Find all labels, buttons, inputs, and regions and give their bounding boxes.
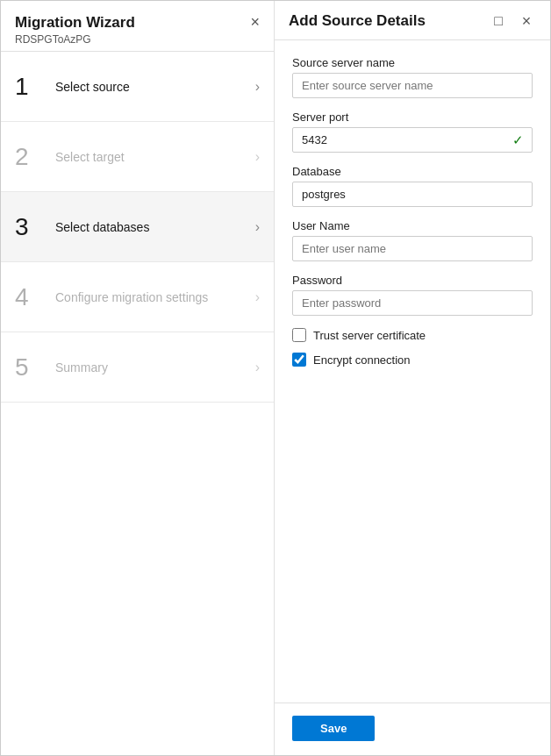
step-1-chevron: › xyxy=(255,79,260,95)
step-2-label: Select target xyxy=(55,150,255,164)
step-select-target[interactable]: 2 Select target › xyxy=(1,122,274,192)
database-group: Database xyxy=(292,165,533,207)
server-port-input[interactable] xyxy=(292,127,533,153)
user-name-input[interactable] xyxy=(292,236,533,261)
step-3-chevron: › xyxy=(255,219,260,235)
right-panel-title: Add Source Details xyxy=(289,12,489,30)
right-header: Add Source Details □ × xyxy=(275,1,550,40)
step-2-chevron: › xyxy=(255,149,260,165)
step-3-number: 3 xyxy=(15,215,47,239)
step-5-chevron: › xyxy=(255,360,260,375)
form-body: Source server name Server port ✓ Databas… xyxy=(275,40,550,703)
left-header: Migration Wizard × RDSPGToAzPG xyxy=(1,1,274,52)
right-panel: Add Source Details □ × Source server nam… xyxy=(275,1,550,755)
wizard-subtitle: RDSPGToAzPG xyxy=(15,33,260,46)
port-check-icon: ✓ xyxy=(512,132,524,148)
user-name-group: User Name xyxy=(292,219,533,261)
step-1-label: Select source xyxy=(55,80,255,94)
wizard-title: Migration Wizard xyxy=(15,14,135,32)
step-select-source[interactable]: 1 Select source › xyxy=(1,52,274,122)
password-input[interactable] xyxy=(292,290,533,316)
trust-cert-row: Trust server certificate xyxy=(292,328,533,342)
encrypt-conn-checkbox[interactable] xyxy=(292,353,306,367)
left-panel-empty xyxy=(1,403,274,755)
source-server-name-group: Source server name xyxy=(292,56,533,98)
step-1-number: 1 xyxy=(15,75,47,99)
step-3-label: Select databases xyxy=(55,220,255,234)
step-4-number: 4 xyxy=(15,285,47,310)
user-name-label: User Name xyxy=(292,219,533,232)
step-4-chevron: › xyxy=(255,289,260,305)
step-5-label: Summary xyxy=(55,360,255,374)
save-button[interactable]: Save xyxy=(292,716,375,741)
source-server-name-input[interactable] xyxy=(292,73,533,98)
left-panel: Migration Wizard × RDSPGToAzPG 1 Select … xyxy=(1,1,275,755)
wizard-steps: 1 Select source › 2 Select target › 3 Se… xyxy=(1,52,274,755)
password-group: Password xyxy=(292,274,533,316)
server-port-label: Server port xyxy=(292,111,533,124)
right-close-icon[interactable]: × xyxy=(517,11,536,31)
server-port-group: Server port ✓ xyxy=(292,111,533,153)
source-server-name-label: Source server name xyxy=(292,56,533,69)
step-select-databases[interactable]: 3 Select databases › xyxy=(1,192,274,262)
migration-wizard-window: Migration Wizard × RDSPGToAzPG 1 Select … xyxy=(0,0,551,756)
database-input[interactable] xyxy=(292,182,533,207)
wizard-close-icon[interactable]: × xyxy=(250,13,260,32)
header-icons: □ × xyxy=(489,11,536,31)
trust-cert-checkbox[interactable] xyxy=(292,328,306,342)
server-port-wrapper: ✓ xyxy=(292,127,533,153)
step-2-number: 2 xyxy=(15,145,47,169)
step-configure-migration[interactable]: 4 Configure migration settings › xyxy=(1,262,274,332)
step-5-number: 5 xyxy=(15,355,47,380)
form-footer: Save xyxy=(275,703,550,755)
maximize-icon[interactable]: □ xyxy=(489,11,508,31)
trust-cert-label[interactable]: Trust server certificate xyxy=(313,329,426,342)
password-label: Password xyxy=(292,274,533,287)
encrypt-conn-label[interactable]: Encrypt connection xyxy=(313,353,411,367)
step-summary[interactable]: 5 Summary › xyxy=(1,332,274,403)
database-label: Database xyxy=(292,165,533,178)
encrypt-conn-row: Encrypt connection xyxy=(292,353,533,367)
step-4-label: Configure migration settings xyxy=(55,290,255,304)
